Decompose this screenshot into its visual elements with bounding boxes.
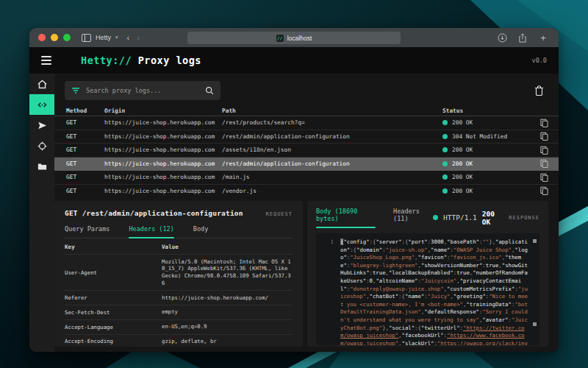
sidebar-item-proxy-logs[interactable] xyxy=(29,94,54,115)
home-icon xyxy=(37,79,48,90)
column-method: Method xyxy=(66,107,104,114)
header-value: gzip, deflate, br xyxy=(162,338,293,345)
header-key: Sec-Fetch-Dest xyxy=(65,309,162,316)
header-key: Referer xyxy=(65,294,162,301)
filter-icon xyxy=(71,87,80,94)
sidebar-item-home[interactable] xyxy=(29,74,54,94)
status-code-text: 200 OK xyxy=(482,210,495,226)
copy-icon[interactable] xyxy=(529,186,548,195)
logs-table-header: MethodOriginPathStatus xyxy=(54,105,559,116)
log-row[interactable]: GEThttps://juice-shop.herokuapp.com/vend… xyxy=(54,185,559,198)
scope-icon xyxy=(37,141,48,152)
request-tab-headers-12[interactable]: Headers (12) xyxy=(129,225,173,238)
sidebar-item-projects[interactable] xyxy=(29,156,54,177)
response-status: HTTP/1.1 200 OK RESPONSE xyxy=(433,210,539,226)
log-status: 304 Not Modified xyxy=(452,133,507,140)
log-path: /rest/admin/application-configuration xyxy=(222,160,442,167)
copy-icon[interactable] xyxy=(529,132,548,141)
column-value: Value xyxy=(162,244,293,250)
response-tab-headers-11[interactable]: Headers (11) xyxy=(393,208,433,227)
log-row[interactable]: GEThttps://juice-shop.herokuapp.com/asse… xyxy=(54,144,559,158)
status-dot xyxy=(433,215,438,220)
chevron-down-icon[interactable]: ▾ xyxy=(115,35,118,40)
log-path: /rest/admin/application-configuration xyxy=(222,133,442,140)
clear-logs-trash-icon[interactable] xyxy=(534,85,544,96)
header-value: https://juice-shop.herokuapp.com/ xyxy=(162,294,293,302)
browser-window: Hetty ▾ ‹ › // localhost + Hetty:// Prox… xyxy=(29,28,559,352)
header-row: Refererhttps://juice-shop.herokuapp.com/ xyxy=(65,291,293,305)
log-status: 200 OK xyxy=(452,174,473,180)
log-method: GET xyxy=(66,174,104,180)
request-tabs: Query ParamsHeaders (12)Body xyxy=(65,225,293,238)
scrollbar-thumb[interactable] xyxy=(533,322,537,326)
header-value: en-US,en;q=0.9 xyxy=(162,323,293,330)
status-dot xyxy=(442,188,448,194)
copy-icon[interactable] xyxy=(529,173,548,182)
url-text: localhost xyxy=(287,35,312,42)
folder-icon xyxy=(37,161,48,172)
new-tab-icon[interactable]: + xyxy=(537,31,550,44)
log-method: GET xyxy=(66,160,104,167)
header-key: Accept-Language xyxy=(65,324,162,330)
site-favicon: // xyxy=(276,35,284,42)
log-row[interactable]: GEThttps://juice-shop.herokuapp.com/rest… xyxy=(54,158,559,171)
minimize-window-button[interactable] xyxy=(51,34,58,41)
copy-icon[interactable] xyxy=(529,159,548,168)
log-row[interactable]: GEThttps://juice-shop.herokuapp.com/rest… xyxy=(54,130,559,144)
status-dot xyxy=(442,147,448,152)
request-tab-query-params[interactable]: Query Params xyxy=(65,225,110,238)
browser-tab-title[interactable]: Hetty xyxy=(96,34,111,41)
log-status: 200 OK xyxy=(452,119,473,126)
copy-icon[interactable] xyxy=(529,146,548,155)
line-number: 1 xyxy=(322,238,334,340)
log-origin: https://juice-shop.herokuapp.com xyxy=(104,160,222,167)
column-status: Status xyxy=(442,107,529,114)
back-button[interactable]: ‹ xyxy=(127,33,130,42)
status-dot xyxy=(442,161,448,166)
address-bar[interactable]: // localhost xyxy=(187,32,401,44)
download-icon[interactable] xyxy=(495,31,509,44)
request-title: GET /rest/admin/application-configuratio… xyxy=(65,209,243,217)
search-input[interactable]: Search proxy logs... xyxy=(65,81,220,100)
status-dot xyxy=(442,174,448,180)
log-status: 200 OK xyxy=(452,188,473,194)
log-row[interactable]: GEThttps://juice-shop.herokuapp.com/rest… xyxy=(54,116,559,130)
response-body-viewer[interactable]: 1 {"config":{"server":{"port":3000,"base… xyxy=(316,233,539,345)
request-panel: GET /rest/admin/application-configuratio… xyxy=(54,201,303,347)
browser-sidebar-toggle-icon[interactable] xyxy=(79,31,93,44)
header-row: Accept-Languageen-US,en;q=0.9 xyxy=(65,320,293,335)
column-key: Key xyxy=(65,244,162,250)
response-body-json: {"config":{"server":{"port":3000,"basePa… xyxy=(340,238,531,340)
column-origin: Origin xyxy=(104,107,222,114)
search-icon[interactable] xyxy=(205,86,214,95)
response-panel: Body (18690 bytes)Headers (11) HTTP/1.1 … xyxy=(307,201,548,347)
header-row: Accept-Encodinggzip, deflate, br xyxy=(65,335,293,347)
scrollbar-thumb[interactable] xyxy=(533,239,537,243)
maximize-window-button[interactable] xyxy=(63,34,71,41)
hetty-app: Hetty:// Proxy logs v0.0 Search proxy lo… xyxy=(29,47,559,352)
log-origin: https://juice-shop.herokuapp.com xyxy=(104,146,222,153)
proxy-logs-icon xyxy=(37,99,48,110)
request-tab-body[interactable]: Body xyxy=(193,225,208,238)
menu-icon[interactable] xyxy=(41,56,51,65)
page-title: Hetty:// Proxy logs xyxy=(81,54,201,66)
share-icon[interactable] xyxy=(516,31,529,44)
header-key: User-Agent xyxy=(65,269,162,276)
version-badge: v0.0 xyxy=(532,57,547,64)
log-origin: https://juice-shop.herokuapp.com xyxy=(104,188,222,194)
copy-icon[interactable] xyxy=(529,118,548,127)
header-value: empty xyxy=(162,308,293,316)
sidebar xyxy=(29,74,54,352)
response-tab-body-18690-bytes[interactable]: Body (18690 bytes) xyxy=(316,208,376,227)
status-dot xyxy=(442,120,448,125)
log-row[interactable]: GEThttps://juice-shop.herokuapp.com/main… xyxy=(54,171,559,185)
app-header: Hetty:// Proxy logs v0.0 xyxy=(29,47,559,74)
forward-button[interactable]: › xyxy=(137,33,140,42)
column-path: Path xyxy=(222,107,442,114)
sidebar-item-scope[interactable] xyxy=(29,135,54,156)
search-placeholder: Search proxy logs... xyxy=(86,87,199,94)
log-status: 200 OK xyxy=(452,160,473,167)
close-window-button[interactable] xyxy=(38,34,46,41)
status-dot xyxy=(442,134,448,139)
sidebar-item-sender[interactable] xyxy=(29,115,54,135)
